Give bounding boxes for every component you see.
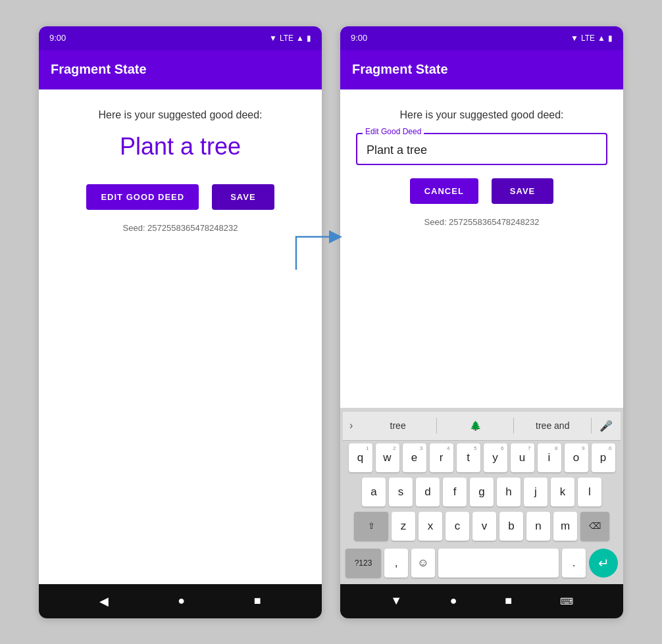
key-y[interactable]: 6y — [484, 443, 507, 472]
key-s[interactable]: s — [389, 478, 413, 507]
space-key[interactable] — [438, 549, 559, 578]
edit-good-deed-input[interactable] — [356, 133, 607, 165]
key-z[interactable]: z — [392, 512, 415, 541]
nav-bar-1: ◀ ● ■ — [39, 584, 322, 618]
app-bar-2: Fragment State — [340, 50, 623, 89]
key-g[interactable]: g — [470, 478, 494, 507]
key-v[interactable]: v — [472, 512, 496, 541]
save-button-1[interactable]: SAVE — [212, 184, 274, 210]
key-e[interactable]: 3e — [403, 443, 426, 472]
key-u[interactable]: 7u — [511, 443, 534, 472]
seed-label-2: Seed: 2572558365478248232 — [424, 217, 540, 227]
key-k[interactable]: k — [551, 478, 574, 507]
phone-1: 9:00 ▼ LTE ▲ ▮ Fragment State Here is yo… — [39, 26, 322, 618]
num-sym-key[interactable]: ?123 — [345, 549, 381, 578]
status-bar-1: 9:00 ▼ LTE ▲ ▮ — [39, 26, 322, 50]
back-icon-2[interactable]: ▼ — [390, 594, 402, 608]
keyboard-suggestions: › tree 🌲 tree and 🎤 — [343, 412, 621, 441]
key-n[interactable]: n — [526, 512, 550, 541]
key-w[interactable]: 2w — [376, 443, 399, 472]
wifi-icon-2: ▼ — [571, 34, 578, 43]
good-deed-display: Plant a tree — [120, 133, 241, 161]
key-c[interactable]: c — [446, 512, 469, 541]
save-button-2[interactable]: SAVE — [492, 178, 553, 204]
keyboard-icon-2[interactable]: ⌨ — [560, 596, 573, 607]
seed-label-1: Seed: 2572558365478248232 — [123, 223, 238, 233]
cancel-button[interactable]: CANCEL — [410, 178, 478, 204]
edit-good-deed-button[interactable]: EDIT GOOD DEED — [86, 184, 199, 210]
status-bar-2: 9:00 ▼ LTE ▲ ▮ — [340, 26, 623, 50]
key-t[interactable]: 5t — [457, 443, 480, 472]
edit-field-label: Edit Good Deed — [363, 127, 424, 136]
phone-2: 9:00 ▼ LTE ▲ ▮ Fragment State Here is yo… — [340, 26, 623, 618]
suggestions-arrow[interactable]: › — [343, 420, 359, 432]
action-buttons-1: EDIT GOOD DEED SAVE — [86, 184, 274, 210]
key-a[interactable]: a — [362, 478, 386, 507]
suggestion-word-1[interactable]: tree — [359, 418, 437, 433]
home-icon[interactable]: ● — [178, 594, 185, 608]
app-title-1: Fragment State — [51, 62, 147, 77]
key-p[interactable]: 0p — [592, 443, 615, 472]
suggestion-label-2: Here is your suggested good deed: — [399, 109, 563, 121]
nav-bar-2: ▼ ● ■ ⌨ — [340, 584, 623, 618]
suggestion-label-1: Here is your suggested good deed: — [98, 109, 262, 121]
recents-icon[interactable]: ■ — [254, 594, 261, 608]
action-buttons-2: CANCEL SAVE — [356, 178, 607, 204]
key-x[interactable]: x — [419, 512, 442, 541]
status-time-2: 9:00 — [351, 33, 367, 43]
key-m[interactable]: m — [553, 512, 577, 541]
period-key[interactable]: . — [562, 549, 586, 578]
status-time-1: 9:00 — [49, 33, 66, 43]
keyboard-bottom-row: ?123 , ☺ . ↵ — [343, 549, 621, 580]
keyboard-row-1: 1q 2w 3e 4r 5t 6y 7u 8i 9o 0p — [344, 443, 619, 472]
comma-key[interactable]: , — [384, 549, 408, 578]
suggestion-word-2[interactable]: 🌲 — [437, 418, 515, 433]
signal-icon-2: ▲ — [598, 34, 605, 43]
key-l[interactable]: l — [578, 478, 601, 507]
keyboard-rows: 1q 2w 3e 4r 5t 6y 7u 8i 9o 0p a s d f g … — [343, 441, 621, 549]
key-o[interactable]: 9o — [565, 443, 588, 472]
status-icons-1: ▼ LTE ▲ ▮ — [269, 34, 311, 43]
back-icon[interactable]: ◀ — [99, 594, 109, 608]
signal-icon: ▲ — [296, 34, 304, 43]
key-j[interactable]: j — [524, 478, 547, 507]
battery-icon-2: ▮ — [608, 34, 613, 43]
app-title-2: Fragment State — [352, 62, 448, 77]
delete-key[interactable]: ⌫ — [580, 512, 609, 541]
battery-icon: ▮ — [307, 34, 311, 43]
suggestion-word-3[interactable]: tree and — [514, 418, 592, 433]
key-h[interactable]: h — [497, 478, 521, 507]
home-icon-2[interactable]: ● — [450, 594, 457, 608]
recents-icon-2[interactable]: ■ — [505, 594, 512, 608]
wifi-icon: ▼ — [269, 34, 277, 43]
shift-key[interactable]: ⇧ — [354, 512, 388, 541]
mic-icon[interactable]: 🎤 — [592, 420, 621, 432]
edit-field-container: Edit Good Deed — [356, 133, 607, 165]
app-bar-1: Fragment State — [39, 50, 322, 89]
key-i[interactable]: 8i — [538, 443, 561, 472]
key-b[interactable]: b — [499, 512, 523, 541]
content-2: Here is your suggested good deed: Edit G… — [340, 89, 623, 408]
key-f[interactable]: f — [443, 478, 467, 507]
key-d[interactable]: d — [416, 478, 440, 507]
lte-label-1: LTE — [280, 34, 293, 43]
content-1: Here is your suggested good deed: Plant … — [39, 89, 322, 584]
emoji-key[interactable]: ☺ — [411, 549, 435, 578]
key-q[interactable]: 1q — [349, 443, 372, 472]
keyboard-row-3: ⇧ z x c v b n m ⌫ — [344, 512, 619, 541]
keyboard-row-2: a s d f g h j k l — [344, 478, 619, 507]
enter-key[interactable]: ↵ — [589, 549, 618, 578]
lte-label-2: LTE — [581, 34, 595, 43]
status-icons-2: ▼ LTE ▲ ▮ — [571, 34, 613, 43]
keyboard-area: › tree 🌲 tree and 🎤 1q 2w 3e 4r 5t 6y 7u… — [340, 408, 623, 584]
key-r[interactable]: 4r — [430, 443, 453, 472]
